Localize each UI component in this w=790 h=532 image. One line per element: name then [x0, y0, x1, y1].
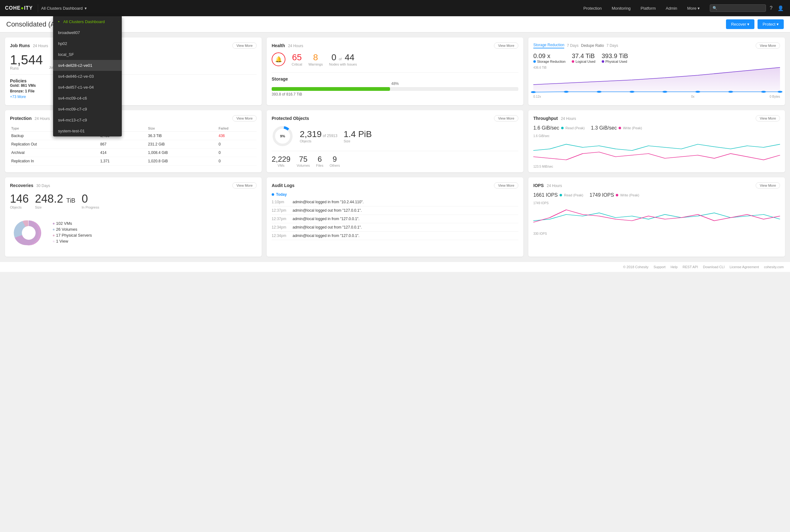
sr-days-active: 7 Days — [567, 43, 578, 48]
health-nodes-number: 0 of 44 — [329, 53, 357, 62]
health-warnings-number: 8 — [308, 53, 323, 62]
audit-logs-view-more[interactable]: View More — [494, 182, 518, 189]
user-icon[interactable]: 👤 — [776, 4, 785, 13]
health-nodes-label: Nodes with Issues — [329, 62, 357, 66]
job-runs-number: 1,544 — [10, 53, 43, 68]
table-row: Replication In 1,371 1,020.8 GiB 0 — [10, 157, 257, 166]
audit-entry-2: 12:37pm admin@local logged out from "127… — [272, 206, 518, 215]
sr-value-1: 0.09 x — [533, 53, 565, 60]
sr-dot-6 — [695, 91, 700, 93]
protection-view-more[interactable]: View More — [232, 115, 257, 121]
cluster-option-sv4-mc13[interactable]: sv4-mc13-c7-c9 — [53, 115, 122, 126]
row-type-repl-out: Replication Out — [10, 140, 99, 149]
throughput-write-value: 1.3 GiB/sec — [591, 125, 617, 131]
nav-link-monitoring[interactable]: Monitoring — [607, 4, 636, 13]
throughput-write-dot — [619, 127, 621, 129]
cluster-option-all[interactable]: All Clusters Dashboard — [53, 16, 122, 27]
sr-dot-7 — [728, 91, 733, 93]
row-size-archival: 1,008.4 GiB — [147, 149, 217, 157]
sr-value-3: 393.9 TiB — [602, 53, 628, 60]
sr-tab-active[interactable]: Storage Reduction — [533, 43, 564, 49]
row-failed-repl-out: 0 — [217, 140, 257, 149]
cluster-option-system-test[interactable]: system-test-01 — [53, 126, 122, 136]
recoveries-view-more[interactable]: View More — [232, 182, 257, 189]
nav-link-protection[interactable]: Protection — [578, 4, 607, 13]
iops-read-dot — [560, 194, 562, 196]
help-icon[interactable]: ? — [769, 4, 774, 12]
prot-vms-label: VMs — [272, 164, 290, 167]
audit-msg-5: admin@local logged in from "127.0.0.1". — [293, 233, 359, 238]
row-failed-backup: 436 — [217, 132, 257, 140]
nav-link-platform[interactable]: Platform — [636, 4, 661, 13]
sr-tab-inactive[interactable]: Dedupe Ratio — [581, 43, 604, 48]
cluster-option-sv4-dell57[interactable]: sv4-dell57-c1-ve-04 — [53, 82, 122, 93]
cluster-option-sv4-mc09-c4[interactable]: sv4-mc09-c4-c6 — [53, 93, 122, 104]
row-objects-archival: 414 — [99, 149, 147, 157]
footer-link-download-cli[interactable]: Download CLI — [703, 265, 725, 269]
throughput-read-value: 1.6 GiB/sec — [533, 125, 559, 131]
table-row: Replication Out 867 231.2 GiB 0 — [10, 140, 257, 149]
recoveries-objects: 146 Objects — [10, 192, 29, 209]
iops-view-more[interactable]: View More — [756, 182, 780, 189]
recover-button[interactable]: Recover ▾ — [726, 19, 754, 29]
policies-more-link[interactable]: +73 More — [10, 95, 257, 99]
health-view-more[interactable]: View More — [494, 42, 518, 49]
protect-button[interactable]: Protect ▾ — [757, 19, 784, 29]
iops-metrics: 1661 IOPS Read (Peak) 1749 IOPS Write (P… — [533, 192, 780, 198]
job-runs-card: Job Runs 24 Hours View More 1,544 Runs 1… — [5, 37, 262, 105]
storage-section: Storage 48% 393.8 of 816.7 TiB — [272, 72, 518, 96]
prot-size-label: Size — [343, 139, 372, 143]
protected-objects-content: 9% 2,319 of 25913 Objects 1.4 PiB Size — [272, 125, 518, 147]
iops-y-min: 330 IOPS — [533, 232, 547, 235]
recoveries-progress-label: In Progress — [81, 205, 99, 209]
cluster-option-sv4-dell28[interactable]: sv4-dell28-c2-ve01 — [53, 60, 122, 71]
audit-today: Today — [272, 192, 518, 197]
footer-link-help[interactable]: Help — [671, 265, 678, 269]
throughput-y-max: 1.6 GiB/sec — [533, 134, 549, 138]
iops-time: 24 Hours — [547, 184, 562, 188]
row-size-repl-out: 231.2 GiB — [147, 140, 217, 149]
prot-volumes-label: Volumes — [297, 164, 310, 167]
sr-view-more[interactable]: View More — [756, 42, 780, 49]
footer-link-support[interactable]: Support — [654, 265, 666, 269]
audit-dot-icon — [272, 193, 274, 196]
storage-size: 393.8 of 816.7 TiB — [272, 92, 518, 96]
throughput-metrics: 1.6 GiB/sec Read (Peak) 1.3 GiB/sec Writ… — [533, 125, 780, 131]
cluster-option-local-sf[interactable]: local_SF — [53, 49, 122, 60]
footer-link-cohesity[interactable]: cohesity.com — [764, 265, 784, 269]
nav-link-admin[interactable]: Admin — [661, 4, 682, 13]
bronze-policy: Bronze: 1 File — [10, 89, 257, 93]
health-card: Health 24 Hours View More 🔔 65 Critical … — [267, 37, 523, 105]
health-warnings: 8 Warnings — [308, 53, 323, 66]
search-input[interactable] — [718, 6, 762, 10]
throughput-read-dot — [561, 127, 564, 129]
prot-size-area: 1.4 PiB Size — [343, 129, 372, 143]
throughput-write-line — [533, 152, 780, 160]
health-alert-icon: 🔔 — [272, 53, 285, 66]
recoveries-stats: 146 Objects 248.2 TiB Size 0 In Progress — [10, 192, 257, 209]
cluster-option-sv4-dell46[interactable]: sv4-dell46-c2-ve-03 — [53, 71, 122, 82]
job-runs-view-more[interactable]: View More — [232, 42, 257, 49]
cluster-option-sv4-mc09-c7[interactable]: sv4-mc09-c7-c9 — [53, 104, 122, 115]
footer-link-rest-api[interactable]: REST API — [682, 265, 698, 269]
iops-read-value: 1661 IOPS — [533, 192, 558, 198]
row-size-backup: 36.3 TiB — [147, 132, 217, 140]
footer-link-license[interactable]: License Agreement — [729, 265, 759, 269]
cluster-option-broadwell07[interactable]: broadwell07 — [53, 27, 122, 38]
nav-links: Protection Monitoring Platform Admin Mor… — [578, 4, 705, 13]
audit-entry-5: 12:34pm admin@local logged in from "127.… — [272, 232, 518, 240]
sr-days-inactive: 7 Days — [606, 43, 618, 48]
cluster-selector[interactable]: All Clusters Dashboard ▾ — [38, 4, 90, 13]
cluster-option-hp02[interactable]: hp02 — [53, 38, 122, 49]
protected-objects-header: Protected Objects View More — [272, 115, 518, 121]
row-type-archival: Archival — [10, 149, 99, 157]
row-type-repl-in: Replication In — [10, 157, 99, 166]
protected-objects-view-more[interactable]: View More — [494, 115, 518, 121]
pie-legend-servers: ● 17 Physical Servers — [53, 233, 92, 238]
nav-link-more[interactable]: More ▾ — [682, 4, 705, 13]
prot-others-number: 9 — [330, 155, 340, 164]
storage-bar-fill — [272, 87, 390, 91]
prot-size-value: 1.4 PiB — [343, 129, 372, 139]
throughput-view-more[interactable]: View More — [756, 115, 780, 121]
prot-volumes-number: 75 — [297, 155, 310, 164]
